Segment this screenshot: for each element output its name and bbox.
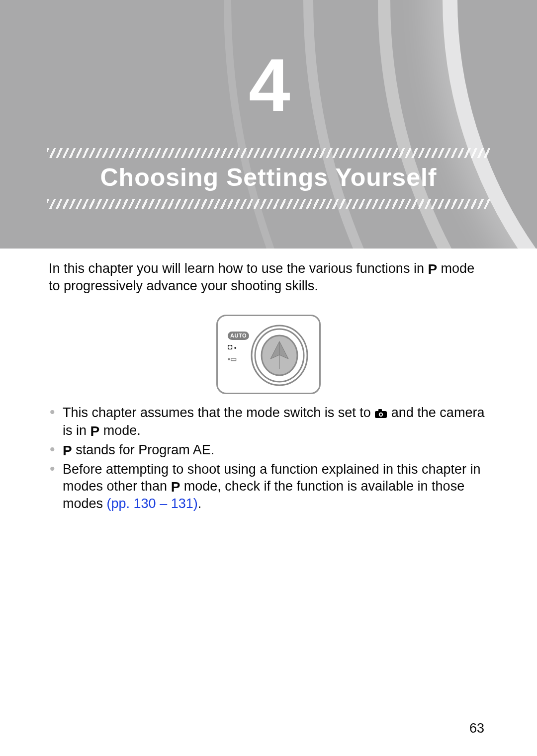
p-mode-icon: P: [63, 442, 72, 459]
intro-text: In this chapter you will learn how to us…: [49, 261, 428, 276]
mode-labels: AUTO ◘ ▪▭: [228, 331, 249, 365]
svg-point-6: [380, 413, 382, 415]
link-text: ): [193, 496, 198, 511]
bullet-list: This chapter assumes that the mode switc…: [49, 405, 488, 512]
bullet-text: mode.: [99, 423, 141, 438]
auto-label: AUTO: [228, 332, 249, 340]
camera-mode-icon: ◘: [228, 342, 233, 351]
chapter-number: 4: [0, 42, 537, 128]
p-mode-icon: P: [171, 478, 180, 496]
list-item: This chapter assumes that the mode switc…: [49, 405, 488, 440]
p-mode-icon: P: [90, 422, 100, 440]
svg-rect-4: [378, 409, 382, 412]
p-mode-icon: P: [428, 260, 437, 278]
link-text: –: [156, 496, 171, 511]
decorative-hatching: [47, 199, 490, 209]
chapter-title: Choosing Settings Yourself: [0, 163, 537, 192]
list-item: Before attempting to shoot using a funct…: [49, 461, 488, 512]
page-number: 63: [469, 721, 484, 736]
bullet-text: This chapter assumes that the mode switc…: [63, 405, 374, 420]
link-text: (pp.: [107, 496, 134, 511]
bullet-text: .: [198, 496, 202, 511]
mode-switch-illustration: AUTO ◘ ▪▭: [49, 315, 488, 399]
decorative-hatching: [47, 148, 490, 158]
camera-icon: [374, 406, 387, 423]
link-text: 131: [171, 496, 193, 511]
link-text: 130: [134, 496, 156, 511]
intro-paragraph: In this chapter you will learn how to us…: [49, 260, 488, 295]
page-reference-link[interactable]: (pp. 130 – 131): [107, 496, 198, 511]
bullet-text: stands for Program AE.: [72, 442, 215, 457]
video-mode-icon: ▪▭: [228, 355, 237, 363]
mode-dial-icon: [250, 324, 309, 387]
chapter-header: 4 Choosing Settings Yourself: [0, 0, 537, 249]
body-content: In this chapter you will learn how to us…: [0, 249, 537, 512]
list-item: P stands for Program AE.: [49, 442, 488, 459]
mode-switch-frame: AUTO ◘ ▪▭: [216, 315, 321, 394]
